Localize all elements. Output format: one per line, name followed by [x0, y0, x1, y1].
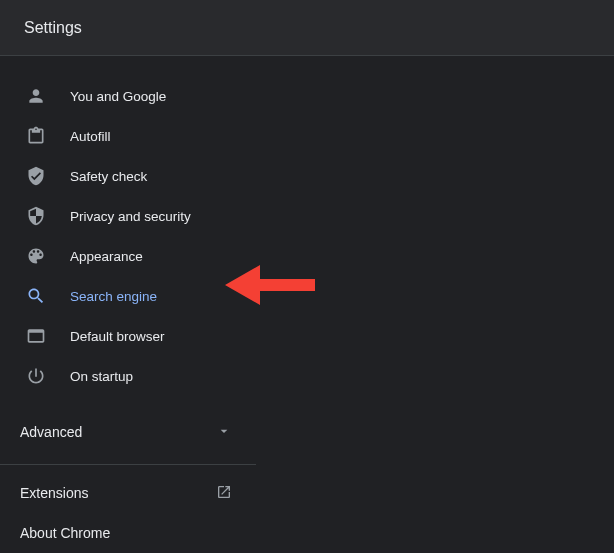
sidebar-item-appearance[interactable]: Appearance	[0, 236, 256, 276]
sidebar-item-safety-check[interactable]: Safety check	[0, 156, 256, 196]
palette-icon	[26, 246, 46, 266]
sidebar-item-on-startup[interactable]: On startup	[0, 356, 256, 396]
about-chrome-label: About Chrome	[20, 525, 110, 541]
extensions-label: Extensions	[20, 485, 88, 501]
sidebar-item-search-engine[interactable]: Search engine	[0, 276, 256, 316]
clipboard-icon	[26, 126, 46, 146]
sidebar-item-label: You and Google	[70, 89, 166, 104]
settings-sidebar: You and Google Autofill Safety check Pri…	[0, 56, 256, 553]
sidebar-item-label: Autofill	[70, 129, 111, 144]
sidebar-item-label: On startup	[70, 369, 133, 384]
shield-icon	[26, 206, 46, 226]
sidebar-item-default-browser[interactable]: Default browser	[0, 316, 256, 356]
sidebar-advanced-toggle[interactable]: Advanced	[0, 408, 256, 456]
sidebar-item-label: Appearance	[70, 249, 143, 264]
sidebar-item-autofill[interactable]: Autofill	[0, 116, 256, 156]
sidebar-divider	[0, 464, 256, 465]
advanced-label: Advanced	[20, 424, 82, 440]
page-title: Settings	[24, 19, 82, 37]
sidebar-item-privacy-security[interactable]: Privacy and security	[0, 196, 256, 236]
search-icon	[26, 286, 46, 306]
sidebar-item-label: Safety check	[70, 169, 147, 184]
settings-header: Settings	[0, 0, 614, 56]
sidebar-item-you-and-google[interactable]: You and Google	[0, 76, 256, 116]
power-icon	[26, 366, 46, 386]
shield-check-icon	[26, 166, 46, 186]
sidebar-item-label: Search engine	[70, 289, 157, 304]
external-link-icon	[216, 484, 232, 503]
chevron-down-icon	[216, 423, 232, 442]
sidebar-item-about-chrome[interactable]: About Chrome	[0, 513, 256, 553]
person-icon	[26, 86, 46, 106]
sidebar-item-extensions[interactable]: Extensions	[0, 473, 256, 513]
sidebar-item-label: Privacy and security	[70, 209, 191, 224]
sidebar-item-label: Default browser	[70, 329, 165, 344]
browser-icon	[26, 326, 46, 346]
